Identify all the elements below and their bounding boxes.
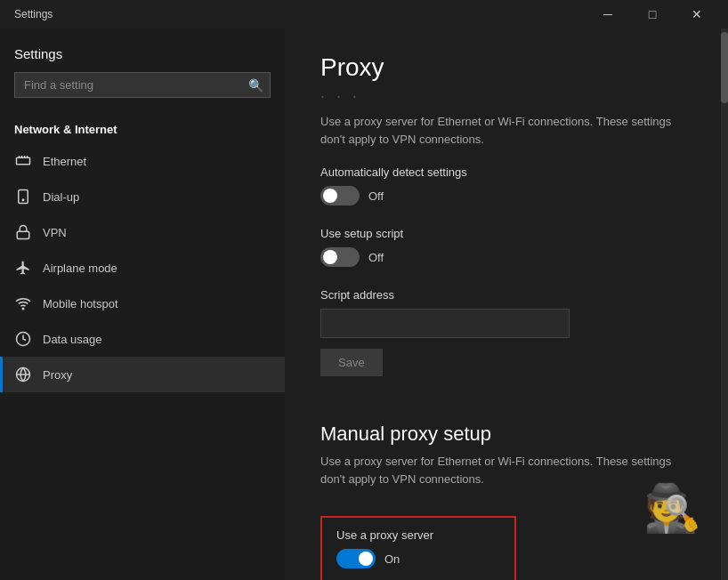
auto-detect-desc: Use a proxy server for Ethernet or Wi-Fi…	[320, 113, 692, 148]
hotspot-label: Mobile hotspot	[43, 297, 118, 310]
window-controls: ─ □ ✕	[587, 0, 717, 28]
watermark-icon: 🕵️	[643, 481, 701, 536]
dialup-label: Dial-up	[43, 190, 79, 204]
auto-detect-toggle[interactable]	[320, 186, 360, 205]
auto-detect-label: Automatically detect settings	[320, 165, 692, 179]
search-icon-btn[interactable]: 🔍	[248, 78, 263, 93]
datausage-label: Data usage	[43, 333, 102, 346]
sidebar-app-title: Settings	[14, 46, 271, 61]
use-proxy-track[interactable]	[336, 549, 376, 568]
sidebar-item-datausage[interactable]: Data usage	[0, 321, 285, 357]
vpn-label: VPN	[43, 226, 67, 239]
svg-rect-7	[17, 231, 29, 238]
use-proxy-thumb	[359, 552, 373, 566]
proxy-label: Proxy	[43, 368, 72, 382]
sidebar-item-ethernet[interactable]: Ethernet	[0, 143, 285, 179]
svg-point-6	[22, 199, 24, 201]
use-proxy-toggle-row: On	[336, 549, 500, 568]
airplane-icon	[14, 259, 32, 277]
minimize-button[interactable]: ─	[587, 0, 628, 28]
script-address-group: Script address Save	[320, 288, 692, 401]
use-proxy-toggle[interactable]	[336, 549, 376, 568]
auto-detect-track[interactable]	[320, 186, 360, 205]
svg-rect-0	[17, 157, 30, 165]
auto-detect-thumb	[323, 189, 337, 203]
setup-script-toggle[interactable]	[320, 247, 360, 267]
setup-script-label: Use setup script	[320, 227, 692, 240]
search-box: 🔍	[14, 72, 271, 98]
sidebar: Settings 🔍 Network & Internet Ethernet	[0, 28, 285, 580]
setup-script-thumb	[323, 250, 337, 264]
app-body: Settings 🔍 Network & Internet Ethernet	[0, 28, 728, 580]
title-bar: Settings ─ □ ✕	[0, 0, 728, 28]
divider-dots: · · ·	[320, 87, 692, 106]
auto-detect-toggle-row: Off	[320, 186, 692, 205]
use-proxy-box: Use a proxy server On	[320, 516, 516, 580]
svg-point-8	[22, 308, 24, 310]
ethernet-icon	[14, 152, 32, 170]
search-input[interactable]	[14, 72, 271, 98]
manual-proxy-title: Manual proxy setup	[320, 423, 692, 446]
sidebar-item-proxy[interactable]: Proxy	[0, 357, 285, 392]
use-proxy-state: On	[384, 552, 400, 566]
setup-script-toggle-row: Off	[320, 247, 692, 267]
airplane-label: Airplane mode	[43, 262, 117, 275]
sidebar-header: Settings 🔍	[0, 28, 285, 119]
sidebar-item-hotspot[interactable]: Mobile hotspot	[0, 286, 285, 321]
setup-script-state: Off	[368, 251, 384, 264]
datausage-icon	[14, 330, 32, 348]
scrollbar-track	[721, 28, 728, 580]
maximize-button[interactable]: □	[632, 0, 673, 28]
setup-script-track[interactable]	[320, 247, 360, 267]
page-title: Proxy	[320, 53, 692, 82]
auto-detect-state: Off	[368, 189, 384, 203]
dialup-icon	[14, 188, 32, 205]
content-area: Proxy · · · Use a proxy server for Ether…	[285, 28, 728, 580]
proxy-icon	[14, 366, 32, 383]
auto-detect-group: Automatically detect settings Off	[320, 165, 692, 205]
ethernet-label: Ethernet	[43, 155, 86, 168]
search-icon: 🔍	[248, 78, 263, 93]
app-title: Settings	[14, 8, 53, 20]
setup-script-group: Use setup script Off	[320, 227, 692, 267]
sidebar-item-airplane[interactable]: Airplane mode	[0, 250, 285, 286]
save-button[interactable]: Save	[320, 349, 383, 376]
sidebar-item-vpn[interactable]: VPN	[0, 214, 285, 250]
vpn-icon	[14, 223, 32, 241]
nav-section-label: Network & Internet	[0, 119, 285, 143]
nav-items: Ethernet Dial-up VPN	[0, 143, 285, 580]
use-proxy-label: Use a proxy server	[336, 528, 500, 542]
hotspot-icon	[14, 294, 32, 312]
close-button[interactable]: ✕	[676, 0, 717, 28]
manual-proxy-desc: Use a proxy server for Ethernet or Wi-Fi…	[320, 453, 692, 487]
sidebar-item-dialup[interactable]: Dial-up	[0, 179, 285, 214]
scrollbar-thumb[interactable]	[721, 32, 728, 103]
script-address-input[interactable]	[320, 309, 570, 338]
script-address-label: Script address	[320, 288, 692, 302]
